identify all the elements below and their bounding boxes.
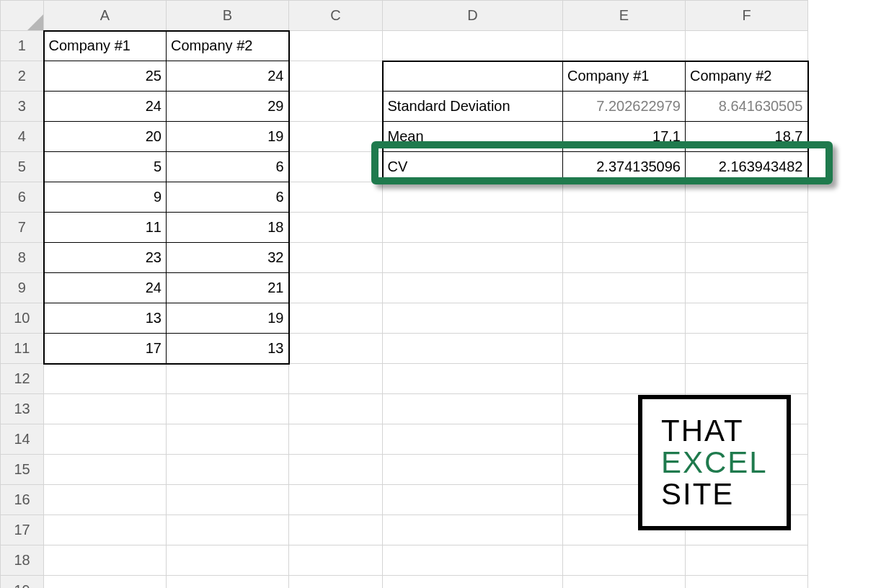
cell-E6[interactable] bbox=[563, 182, 686, 213]
cell-C15[interactable] bbox=[289, 455, 383, 485]
row-head-10[interactable]: 10 bbox=[1, 303, 44, 334]
select-all-corner[interactable] bbox=[1, 1, 44, 31]
row-head-5[interactable]: 5 bbox=[1, 152, 44, 182]
col-head-D[interactable]: D bbox=[383, 1, 563, 31]
cell-A3[interactable]: 24 bbox=[44, 92, 167, 122]
cell-E9[interactable] bbox=[563, 273, 686, 303]
cell-B2[interactable]: 24 bbox=[167, 61, 289, 92]
row-head-4[interactable]: 4 bbox=[1, 122, 44, 152]
cell-B16[interactable] bbox=[167, 485, 289, 515]
cell-F18[interactable] bbox=[686, 545, 808, 576]
cell-E11[interactable] bbox=[563, 334, 686, 364]
cell-C7[interactable] bbox=[289, 213, 383, 243]
cell-A1[interactable]: Company #1 bbox=[44, 31, 167, 61]
cell-D9[interactable] bbox=[383, 273, 563, 303]
cell-D16[interactable] bbox=[383, 485, 563, 515]
cell-F12[interactable] bbox=[686, 364, 808, 394]
cell-D19[interactable] bbox=[383, 576, 563, 589]
cell-A6[interactable]: 9 bbox=[44, 182, 167, 213]
cell-A2[interactable]: 25 bbox=[44, 61, 167, 92]
cell-D7[interactable] bbox=[383, 213, 563, 243]
cell-D17[interactable] bbox=[383, 515, 563, 545]
cell-C12[interactable] bbox=[289, 364, 383, 394]
row-head-3[interactable]: 3 bbox=[1, 92, 44, 122]
cell-C17[interactable] bbox=[289, 515, 383, 545]
cell-B4[interactable]: 19 bbox=[167, 122, 289, 152]
cell-B6[interactable]: 6 bbox=[167, 182, 289, 213]
row-head-18[interactable]: 18 bbox=[1, 545, 44, 576]
cell-D10[interactable] bbox=[383, 303, 563, 334]
cell-C14[interactable] bbox=[289, 424, 383, 455]
cell-B7[interactable]: 18 bbox=[167, 213, 289, 243]
cell-F9[interactable] bbox=[686, 273, 808, 303]
cell-B18[interactable] bbox=[167, 545, 289, 576]
cell-E19[interactable] bbox=[563, 576, 686, 589]
col-head-E[interactable]: E bbox=[563, 1, 686, 31]
row-head-14[interactable]: 14 bbox=[1, 424, 44, 455]
cell-E3[interactable]: 7.202622979 bbox=[563, 92, 686, 122]
cell-B10[interactable]: 19 bbox=[167, 303, 289, 334]
row-head-19[interactable]: 19 bbox=[1, 576, 44, 589]
row-head-9[interactable]: 9 bbox=[1, 273, 44, 303]
cell-A7[interactable]: 11 bbox=[44, 213, 167, 243]
row-head-13[interactable]: 13 bbox=[1, 394, 44, 424]
cell-B19[interactable] bbox=[167, 576, 289, 589]
cell-C5[interactable] bbox=[289, 152, 383, 182]
cell-A5[interactable]: 5 bbox=[44, 152, 167, 182]
cell-A8[interactable]: 23 bbox=[44, 243, 167, 273]
row-head-7[interactable]: 7 bbox=[1, 213, 44, 243]
cell-D4[interactable]: Mean bbox=[383, 122, 563, 152]
cell-A15[interactable] bbox=[44, 455, 167, 485]
cell-F10[interactable] bbox=[686, 303, 808, 334]
row-head-16[interactable]: 16 bbox=[1, 485, 44, 515]
cell-E12[interactable] bbox=[563, 364, 686, 394]
cell-C19[interactable] bbox=[289, 576, 383, 589]
cell-B3[interactable]: 29 bbox=[167, 92, 289, 122]
cell-D15[interactable] bbox=[383, 455, 563, 485]
cell-B13[interactable] bbox=[167, 394, 289, 424]
cell-F6[interactable] bbox=[686, 182, 808, 213]
col-head-B[interactable]: B bbox=[167, 1, 289, 31]
cell-A12[interactable] bbox=[44, 364, 167, 394]
cell-F7[interactable] bbox=[686, 213, 808, 243]
cell-C11[interactable] bbox=[289, 334, 383, 364]
cell-B5[interactable]: 6 bbox=[167, 152, 289, 182]
cell-C2[interactable] bbox=[289, 61, 383, 92]
cell-D3[interactable]: Standard Deviation bbox=[383, 92, 563, 122]
cell-A9[interactable]: 24 bbox=[44, 273, 167, 303]
cell-B9[interactable]: 21 bbox=[167, 273, 289, 303]
cell-B8[interactable]: 32 bbox=[167, 243, 289, 273]
row-head-1[interactable]: 1 bbox=[1, 31, 44, 61]
cell-E8[interactable] bbox=[563, 243, 686, 273]
cell-C16[interactable] bbox=[289, 485, 383, 515]
cell-C10[interactable] bbox=[289, 303, 383, 334]
row-head-11[interactable]: 11 bbox=[1, 334, 44, 364]
cell-D1[interactable] bbox=[383, 31, 563, 61]
cell-D2[interactable] bbox=[383, 61, 563, 92]
cell-C18[interactable] bbox=[289, 545, 383, 576]
cell-F4[interactable]: 18.7 bbox=[686, 122, 808, 152]
cell-A10[interactable]: 13 bbox=[44, 303, 167, 334]
cell-F2[interactable]: Company #2 bbox=[686, 61, 808, 92]
cell-C13[interactable] bbox=[289, 394, 383, 424]
cell-A4[interactable]: 20 bbox=[44, 122, 167, 152]
cell-D18[interactable] bbox=[383, 545, 563, 576]
cell-A11[interactable]: 17 bbox=[44, 334, 167, 364]
cell-C9[interactable] bbox=[289, 273, 383, 303]
cell-E4[interactable]: 17.1 bbox=[563, 122, 686, 152]
cell-C4[interactable] bbox=[289, 122, 383, 152]
cell-A16[interactable] bbox=[44, 485, 167, 515]
cell-D5[interactable]: CV bbox=[383, 152, 563, 182]
cell-B11[interactable]: 13 bbox=[167, 334, 289, 364]
cell-D12[interactable] bbox=[383, 364, 563, 394]
col-head-A[interactable]: A bbox=[44, 1, 167, 31]
row-head-15[interactable]: 15 bbox=[1, 455, 44, 485]
cell-D11[interactable] bbox=[383, 334, 563, 364]
cell-B14[interactable] bbox=[167, 424, 289, 455]
cell-C8[interactable] bbox=[289, 243, 383, 273]
cell-E1[interactable] bbox=[563, 31, 686, 61]
cell-A17[interactable] bbox=[44, 515, 167, 545]
cell-B17[interactable] bbox=[167, 515, 289, 545]
row-head-2[interactable]: 2 bbox=[1, 61, 44, 92]
row-head-8[interactable]: 8 bbox=[1, 243, 44, 273]
